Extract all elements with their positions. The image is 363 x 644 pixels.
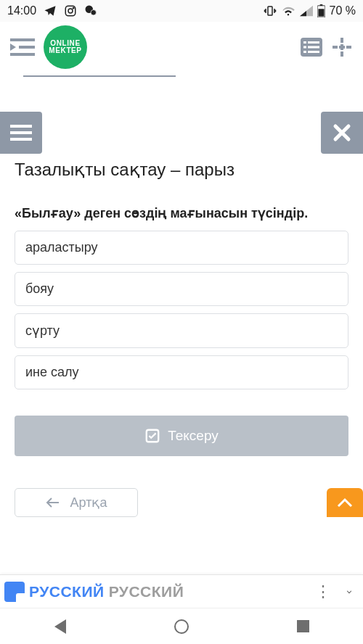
svg-rect-24	[339, 46, 345, 49]
answer-options: араластыру бояу сүрту ине салу	[15, 231, 348, 389]
svg-rect-26	[10, 131, 32, 134]
svg-rect-21	[333, 46, 338, 49]
battery-icon	[317, 4, 325, 17]
android-status-bar: 14:00 70 %	[0, 0, 363, 22]
svg-rect-10	[19, 46, 35, 49]
scroll-top-button[interactable]	[327, 488, 363, 517]
hamburger-button[interactable]	[0, 112, 42, 154]
app-header: ONLINE MEKTEP	[0, 22, 363, 73]
list-icon[interactable]	[301, 38, 322, 57]
svg-rect-15	[303, 46, 306, 49]
chevron-down-icon[interactable]	[340, 582, 359, 601]
svg-rect-5	[268, 7, 272, 15]
chevron-up-icon	[337, 498, 353, 508]
check-icon	[144, 428, 160, 444]
check-label: Тексеру	[168, 428, 219, 444]
svg-rect-25	[10, 125, 32, 128]
status-right: 70 %	[264, 4, 356, 17]
android-home-button[interactable]	[174, 619, 189, 634]
android-nav-bar	[0, 608, 363, 644]
svg-point-1	[68, 9, 73, 13]
status-left: 14:00	[7, 4, 97, 17]
back-label: Артқа	[70, 495, 107, 511]
android-back-button[interactable]	[54, 619, 66, 634]
svg-rect-22	[346, 46, 351, 49]
lesson-title: Тазалықты сақтау – парыз	[15, 160, 348, 180]
close-icon	[333, 123, 351, 142]
back-button[interactable]: Артқа	[15, 488, 138, 517]
svg-rect-9	[10, 38, 35, 41]
logo-line2: MEKTEP	[49, 47, 81, 55]
google-translate-bar[interactable]: РУССКИЙ РУССКИЙ ⋮	[0, 574, 363, 608]
svg-rect-16	[308, 46, 319, 49]
svg-rect-11	[10, 53, 35, 56]
kebab-icon[interactable]: ⋮	[311, 582, 335, 601]
svg-rect-27	[10, 138, 32, 141]
status-time: 14:00	[7, 4, 36, 17]
telegram-icon	[44, 4, 57, 17]
translate-lang-source[interactable]: РУССКИЙ	[29, 583, 105, 600]
svg-rect-20	[340, 51, 343, 57]
answer-option[interactable]: араластыру	[15, 231, 348, 265]
menu-indent-icon[interactable]	[10, 37, 35, 57]
instagram-icon	[64, 4, 77, 17]
android-recents-button[interactable]	[297, 620, 309, 632]
answer-option[interactable]: ине салу	[15, 355, 348, 389]
svg-rect-19	[340, 38, 343, 43]
check-button[interactable]: Тексеру	[15, 416, 348, 456]
question-text: «Былғау» деген сөздің мағынасын түсіндір…	[15, 205, 348, 222]
battery-percent: 70 %	[330, 4, 356, 17]
svg-point-4	[91, 10, 97, 16]
answer-option[interactable]: бояу	[15, 272, 348, 306]
google-translate-icon	[4, 582, 25, 602]
vibrate-icon	[264, 4, 277, 17]
hamburger-icon	[10, 124, 32, 141]
translate-lang-target[interactable]: РУССКИЙ	[109, 583, 184, 600]
svg-rect-17	[303, 51, 306, 53]
chat-icon	[84, 4, 97, 17]
svg-rect-8	[318, 9, 324, 16]
svg-rect-13	[303, 41, 306, 44]
svg-point-2	[73, 7, 74, 9]
answer-option[interactable]: сүрту	[15, 313, 348, 348]
svg-rect-7	[319, 4, 322, 6]
wifi-icon	[281, 5, 295, 17]
signal-icon	[300, 5, 313, 17]
lesson-toolbar	[0, 112, 363, 154]
globe-icon[interactable]	[331, 36, 353, 58]
arrow-left-icon	[46, 497, 60, 508]
online-mektep-logo[interactable]: ONLINE MEKTEP	[44, 25, 87, 69]
svg-rect-14	[308, 41, 319, 44]
svg-rect-18	[308, 51, 319, 53]
close-button[interactable]	[321, 112, 363, 154]
